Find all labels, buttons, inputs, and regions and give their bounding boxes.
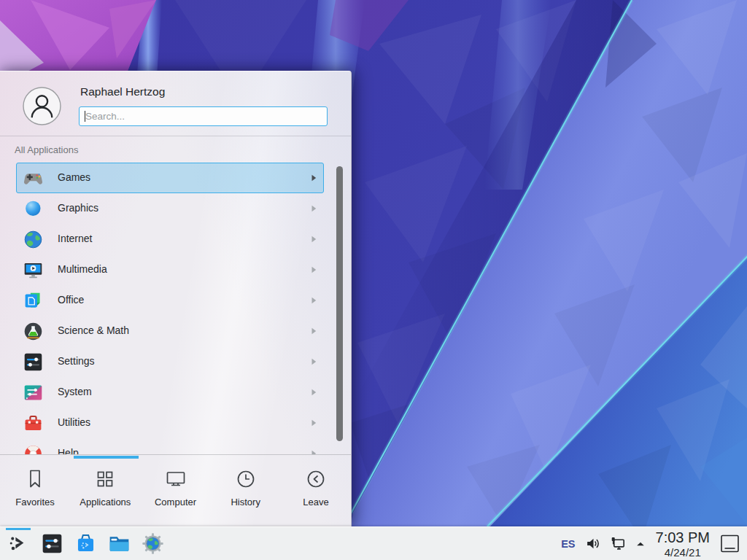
show-desktop-button[interactable]: [720, 534, 740, 553]
office-icon: [23, 290, 44, 311]
category-label: Science & Math: [58, 324, 129, 336]
taskbar-application-launcher[interactable]: [5, 527, 31, 560]
settings-icon: [23, 351, 44, 373]
launcher-tab-bar: FavoritesApplicationsComputerHistoryLeav…: [0, 459, 351, 527]
category-label: Settings: [58, 355, 95, 367]
text-caret: [85, 111, 85, 122]
taskbar-system-settings[interactable]: [39, 527, 65, 560]
volume-icon[interactable]: [585, 535, 602, 552]
network-icon[interactable]: [610, 535, 627, 552]
active-task-indicator: [6, 528, 31, 530]
submenu-arrow-icon: [309, 327, 318, 335]
tab-computer[interactable]: Computer: [140, 459, 210, 527]
submenu-arrow-icon: [309, 265, 318, 274]
taskbar-discover[interactable]: [72, 527, 98, 560]
tab-bar-separator: [0, 454, 351, 455]
tab-applications[interactable]: Applications: [70, 459, 140, 527]
section-label: All Applications: [15, 144, 78, 155]
taskbar-file-manager[interactable]: [106, 527, 132, 560]
header-separator: [0, 136, 351, 136]
submenu-arrow-icon: [309, 296, 318, 305]
menu-category-utilities[interactable]: Utilities: [16, 408, 324, 438]
multimedia-icon: [23, 260, 44, 281]
tab-history[interactable]: History: [211, 459, 281, 527]
tab-label: Leave: [303, 497, 328, 508]
menu-category-office[interactable]: Office: [16, 285, 324, 316]
category-label: Utilities: [58, 416, 90, 428]
taskbar-app-icons: [0, 527, 173, 560]
category-label: Internet: [58, 233, 92, 244]
submenu-arrow-icon: [309, 174, 318, 182]
category-label: Graphics: [58, 202, 98, 214]
search-field[interactable]: [80, 107, 327, 125]
tab-leave[interactable]: Leave: [281, 459, 351, 527]
category-label: Office: [58, 294, 84, 306]
tab-label: History: [231, 497, 260, 508]
utilities-icon: [23, 413, 44, 434]
internet-icon: [23, 229, 44, 250]
graphics-icon: [23, 198, 44, 219]
menu-category-internet[interactable]: Internet: [16, 224, 324, 254]
tab-favorites[interactable]: Favorites: [0, 459, 70, 527]
taskbar: ES 7:03 PM 4/24/21: [0, 526, 747, 560]
submenu-arrow-icon: [309, 204, 318, 213]
category-list: GamesGraphicsInternetMultimediaOfficeSci…: [0, 163, 351, 454]
menu-category-graphics[interactable]: Graphics: [16, 193, 324, 224]
keyboard-layout-indicator[interactable]: ES: [561, 538, 575, 550]
digital-clock[interactable]: 7:03 PM 4/24/21: [656, 530, 710, 558]
science-math-icon: [23, 321, 44, 342]
submenu-arrow-icon: [309, 419, 318, 427]
favorites-icon: [24, 468, 46, 490]
user-name: Raphael Hertzog: [80, 85, 165, 98]
tab-label: Applications: [80, 497, 131, 508]
clock-date: 4/24/21: [656, 547, 710, 558]
user-avatar[interactable]: [23, 87, 61, 125]
menu-category-help[interactable]: Help: [16, 438, 324, 454]
submenu-arrow-icon: [309, 388, 318, 397]
history-icon: [235, 468, 257, 490]
scrollbar[interactable]: [336, 166, 343, 441]
clock-time: 7:03 PM: [656, 530, 710, 545]
menu-category-system[interactable]: System: [16, 377, 324, 408]
system-tray: ES 7:03 PM 4/24/21: [561, 527, 747, 560]
games-icon: [23, 168, 44, 189]
tab-label: Favorites: [15, 497, 54, 508]
category-label: Help: [58, 447, 79, 454]
launcher-header: Raphael Hertzog: [0, 71, 351, 136]
desktop: Raphael Hertzog All Applications GamesGr…: [0, 0, 747, 560]
leave-icon: [305, 468, 327, 490]
menu-category-settings[interactable]: Settings: [16, 346, 324, 377]
applications-icon: [94, 468, 116, 490]
help-icon: [23, 443, 44, 454]
menu-category-multimedia[interactable]: Multimedia: [16, 254, 324, 285]
category-label: Multimedia: [58, 263, 107, 275]
category-label: System: [58, 386, 92, 397]
application-launcher-menu: Raphael Hertzog All Applications GamesGr…: [0, 71, 352, 527]
computer-icon: [165, 468, 187, 490]
submenu-arrow-icon: [309, 449, 318, 454]
search-input[interactable]: [79, 106, 328, 126]
menu-category-science-math[interactable]: Science & Math: [16, 316, 324, 346]
expand-arrow-icon[interactable]: [635, 538, 646, 550]
submenu-arrow-icon: [309, 235, 318, 244]
menu-category-games[interactable]: Games: [16, 163, 324, 193]
system-icon: [23, 382, 44, 403]
active-tab-indicator: [74, 456, 139, 459]
taskbar-web-browser[interactable]: [139, 527, 166, 560]
category-label: Games: [58, 171, 90, 183]
submenu-arrow-icon: [309, 357, 318, 366]
tab-label: Computer: [155, 497, 196, 508]
